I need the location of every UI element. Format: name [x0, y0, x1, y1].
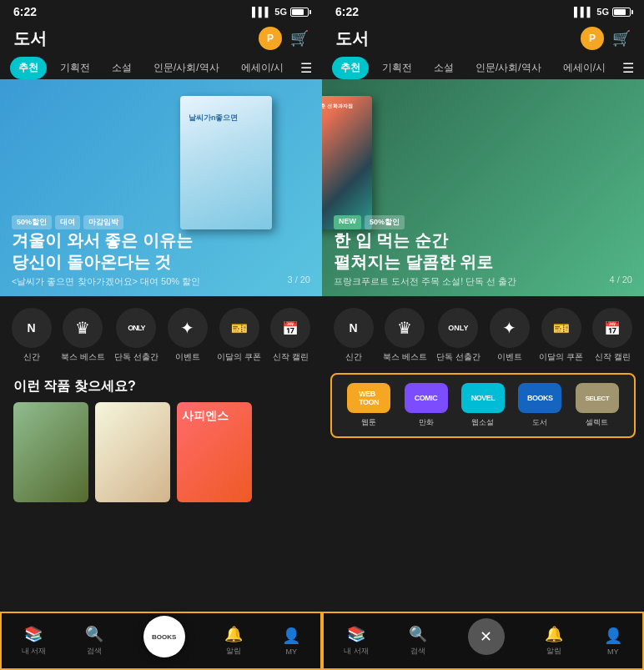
- right-tab-추천[interactable]: 추천: [332, 57, 369, 79]
- left-tag-deadline: 마감임박: [83, 215, 123, 229]
- cat-icon-쿠폰: 🎫: [219, 308, 259, 348]
- tab-인문[interactable]: 인문/사회/역사: [145, 57, 228, 79]
- left-hero-tags: 50%할인 대여 마감임박: [12, 215, 123, 229]
- right-nav-label-my: MY: [607, 647, 619, 656]
- right-nav-search[interactable]: 🔍 검색: [409, 625, 427, 657]
- tab-추천[interactable]: 추천: [10, 57, 47, 79]
- left-hero-main-title: 겨울이 와서 좋은 이유는당신이 돌아온다는 것: [12, 229, 200, 273]
- nav-my[interactable]: 👤 MY: [282, 627, 300, 656]
- nav-alarm[interactable]: 🔔 알림: [224, 625, 243, 657]
- right-nav-alarm[interactable]: 🔔 알림: [545, 625, 563, 657]
- right-library-icon: 📚: [347, 625, 365, 643]
- tab-기획전[interactable]: 기획전: [52, 57, 98, 79]
- right-tag-discount: 50%할인: [365, 215, 405, 229]
- webtoon-label: 웹툰: [361, 417, 376, 428]
- left-tab-menu-icon[interactable]: ☰: [300, 60, 312, 76]
- right-cat-icon-쿠폰: 🎫: [541, 308, 581, 348]
- battery-icon: [290, 8, 309, 17]
- left-header-icons: P 🛒: [259, 27, 309, 50]
- tab-에세이[interactable]: 에세이/시: [233, 57, 292, 79]
- right-header-icons: P 🛒: [581, 27, 631, 50]
- cat-label-이벤트: 이벤트: [175, 351, 200, 363]
- tab-소설[interactable]: 소설: [103, 57, 140, 79]
- book-thumb-3[interactable]: [177, 402, 252, 502]
- right-phone: 6:22 ▌▌▌ 5G 도서 P 🛒 추천 기획전 소설 인문/사회/역사 에세…: [322, 0, 644, 670]
- right-tab-기획전[interactable]: 기획전: [374, 57, 420, 79]
- right-hero-main-title: 한 입 먹는 순간펼쳐지는 달콤한 위로: [334, 229, 516, 273]
- right-tab-소설[interactable]: 소설: [425, 57, 462, 79]
- right-category-row: N 신간 ♛ 북스 베스트 ONLY 단독 선출간 ✦ 이벤트 🎫 이달의 쿠폰…: [322, 296, 644, 368]
- cat-이벤트[interactable]: ✦ 이벤트: [168, 308, 208, 363]
- left-cart-icon[interactable]: 🛒: [290, 29, 309, 48]
- right-profile-button[interactable]: P: [581, 27, 604, 50]
- nav-search[interactable]: 🔍 검색: [85, 625, 103, 657]
- cat-캘린[interactable]: 📅 신작 캘린: [270, 308, 310, 363]
- left-status-bar: 6:22 ▌▌▌ 5G: [0, 0, 322, 20]
- cat-icon-이벤트: ✦: [168, 308, 208, 348]
- webtoon-card-icon: WEBTOON: [347, 383, 390, 413]
- cat-베스트[interactable]: ♛ 북스 베스트: [61, 308, 105, 363]
- right-hero-tags: NEW 50%할인: [334, 215, 405, 229]
- cat-단독[interactable]: ONLY 단독 선출간: [114, 308, 158, 363]
- right-tab-인문[interactable]: 인문/사회/역사: [467, 57, 550, 79]
- signal-icon: ▌▌▌: [252, 7, 271, 17]
- left-tab-bar: 추천 기획전 소설 인문/사회/역사 에세이/시 ☰: [0, 57, 322, 79]
- cat-label-베스트: 북스 베스트: [61, 351, 105, 363]
- book-thumb-2[interactable]: [95, 402, 170, 502]
- left-header: 도서 P 🛒: [0, 20, 322, 57]
- right-cart-icon[interactable]: 🛒: [612, 29, 631, 48]
- left-book-cover: [180, 96, 272, 229]
- library-icon: 📚: [24, 625, 43, 643]
- cat-icon-단독: ONLY: [116, 308, 156, 348]
- left-status-icons: ▌▌▌ 5G: [252, 7, 309, 17]
- left-hero-sub-title: <날씨가 좋으면 찾아가겠어요> 대여 50% 할인: [12, 275, 200, 288]
- right-tab-에세이[interactable]: 에세이/시: [555, 57, 614, 79]
- cat-card-books[interactable]: BOOKS 도서: [518, 383, 561, 428]
- right-category-cards: WEBTOON 웹툰 COMIC 만화 NOVEL 웹소설 BOOKS 도서 S…: [330, 373, 636, 438]
- right-cat-베스트[interactable]: ♛ 북스 베스트: [383, 308, 427, 363]
- cat-card-select[interactable]: SELECT 셀렉트: [576, 383, 619, 428]
- right-tab-menu-icon[interactable]: ☰: [622, 60, 634, 76]
- cat-쿠폰[interactable]: 🎫 이달의 쿠폰: [217, 308, 261, 363]
- left-books-row: [0, 402, 322, 502]
- right-nav-label-search: 검색: [410, 646, 425, 657]
- right-hero-text: 한 입 먹는 순간펼쳐지는 달콤한 위로 프랑크푸르트 도서전 주목 소설! 단…: [334, 229, 516, 288]
- nav-library[interactable]: 📚 내 서재: [22, 625, 47, 657]
- right-cat-캘린[interactable]: 📅 신작 캘린: [592, 308, 632, 363]
- right-status-icons: ▌▌▌ 5G: [574, 7, 631, 17]
- right-signal-icon: ▌▌▌: [574, 7, 593, 17]
- nav-label-search: 검색: [87, 646, 102, 657]
- right-hero-sub-title: 프랑크푸르트 도서전 주목 소설! 단독 선 출간: [334, 275, 516, 288]
- nav-books-center[interactable]: BOOKS: [143, 616, 185, 657]
- books-label: 도서: [532, 417, 547, 428]
- novel-card-icon: NOVEL: [461, 383, 505, 413]
- book-thumb-1[interactable]: [13, 402, 88, 502]
- right-hero-banner: NEW 50%할인 한 입 먹는 순간펼쳐지는 달콤한 위로 프랑크푸르트 도서…: [322, 79, 644, 296]
- left-tag-discount: 50%할인: [12, 215, 52, 229]
- nav-label-my: MY: [286, 647, 298, 656]
- cat-신간[interactable]: N 신간: [12, 308, 52, 363]
- right-cat-신간[interactable]: N 신간: [334, 308, 374, 363]
- select-card-icon: SELECT: [576, 383, 619, 413]
- cat-icon-캘린: 📅: [270, 308, 310, 348]
- cat-card-comic[interactable]: COMIC 만화: [405, 383, 448, 428]
- nav-label-books: BOOKS: [152, 633, 176, 641]
- right-network-type: 5G: [596, 7, 609, 17]
- right-nav-close-button[interactable]: ✕: [468, 618, 505, 655]
- right-cat-이벤트[interactable]: ✦ 이벤트: [490, 308, 530, 363]
- cat-card-novel[interactable]: NOVEL 웹소설: [461, 383, 505, 428]
- right-page-title: 도서: [335, 28, 369, 50]
- cat-label-단독: 단독 선출간: [114, 351, 158, 363]
- right-cat-icon-신간: N: [334, 308, 374, 348]
- left-profile-button[interactable]: P: [259, 27, 282, 50]
- right-nav-my[interactable]: 👤 MY: [604, 627, 622, 656]
- cat-card-webtoon[interactable]: WEBTOON 웹툰: [347, 383, 390, 428]
- comic-card-icon: COMIC: [405, 383, 448, 413]
- right-cat-label-쿠폰: 이달의 쿠폰: [539, 351, 583, 363]
- right-cat-단독[interactable]: ONLY 단독 선출간: [436, 308, 480, 363]
- right-nav-library[interactable]: 📚 내 서재: [344, 625, 369, 657]
- right-tab-bar: 추천 기획전 소설 인문/사회/역사 에세이/시 ☰: [322, 57, 644, 79]
- right-hero-page: 4 / 20: [609, 275, 632, 285]
- right-alarm-icon: 🔔: [545, 625, 563, 643]
- right-cat-쿠폰[interactable]: 🎫 이달의 쿠폰: [539, 308, 583, 363]
